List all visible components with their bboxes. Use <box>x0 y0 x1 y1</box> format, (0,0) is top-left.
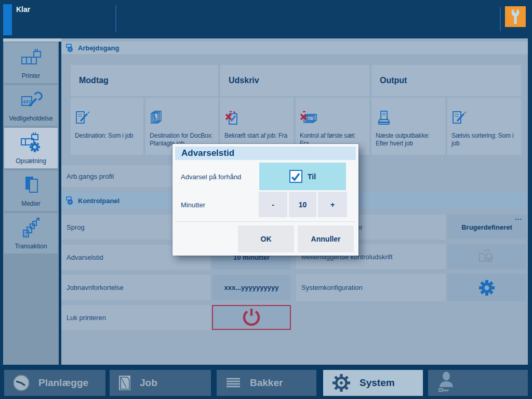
minutes-decrement-button[interactable]: - <box>259 192 287 217</box>
controlpanel-icon <box>65 196 75 205</box>
ok-button[interactable]: OK <box>238 225 294 252</box>
sidebar-item-printer[interactable]: Printer <box>4 43 58 83</box>
nav-tab-login[interactable] <box>428 370 528 396</box>
column-header-print: Udskriv <box>220 65 369 96</box>
minutes-increment-button[interactable]: + <box>318 192 347 217</box>
sidebar-item-setup[interactable]: Opsætning <box>4 128 58 168</box>
wrench-icon <box>509 8 522 26</box>
nav-tab-system[interactable]: System <box>323 370 423 396</box>
workflow-section-header: Arbejdsgang <box>61 42 528 54</box>
card-destination[interactable]: Destination: Som i job <box>71 98 143 155</box>
gear-icon <box>477 278 496 297</box>
toggle-state-label: Til <box>308 172 316 181</box>
output-tray-icon <box>376 110 442 130</box>
power-icon <box>241 307 262 328</box>
jobname-abbreviation-value-button[interactable]: xxx...yyyyyyyyyy <box>212 275 291 300</box>
doc-edit-icon <box>75 110 140 130</box>
printer-control-screen: Klar <box>0 0 532 399</box>
sidebar-item-label: Medier <box>4 200 58 207</box>
user-key-icon <box>436 371 459 395</box>
sidebar-item-label: Opsætning <box>4 157 58 165</box>
nav-tab-schedule[interactable]: Planlægge <box>4 370 105 396</box>
tray-lines-icon <box>225 376 242 390</box>
cancel-button[interactable]: Annuller <box>298 225 354 252</box>
status-accent-bar <box>3 4 12 35</box>
workflow-section-title: Arbejdsgang <box>78 44 119 52</box>
intermediate-check-print-button[interactable] <box>447 244 526 269</box>
sidebar-item-label: Printer <box>4 72 58 79</box>
topbar-divider <box>115 5 116 32</box>
nav-tab-label: Planlægge <box>38 377 88 389</box>
doc-cross-icon <box>224 110 290 130</box>
nav-tab-job[interactable]: Job <box>110 370 211 396</box>
printer-status-text: Klar <box>16 5 30 14</box>
nav-tab-label: System <box>360 377 395 389</box>
sidebar-item-transaction[interactable]: Transaktion <box>4 213 58 254</box>
minutes-label: Minutter <box>181 201 205 209</box>
sidebar-item-maintenance[interactable]: 437 Vedligeholdelse <box>4 85 58 126</box>
media-pages-icon <box>4 175 58 196</box>
advance-warning-toggle[interactable]: Til <box>259 163 346 190</box>
job-document-icon <box>118 375 131 391</box>
card-collated-sorting[interactable]: Sætvis sortering: Som i job <box>447 98 521 155</box>
svg-text:437: 437 <box>23 99 31 104</box>
card-next-output-tray[interactable]: Næste outputbakke: Efter hvert job <box>371 98 445 155</box>
nav-tab-label: Job <box>140 377 157 389</box>
dialog-title: Advarselstid <box>175 147 356 160</box>
printer-icon <box>4 47 58 69</box>
default-settings-value: Brugerdefineret <box>461 223 512 231</box>
column-header-output: Output <box>371 65 521 96</box>
topbar-divider <box>500 7 501 31</box>
checkbox-checked-icon[interactable] <box>289 170 302 183</box>
doc-edit-icon <box>451 110 518 130</box>
more-options-dots[interactable]: ... <box>515 215 522 221</box>
setup-gear-icon <box>4 132 58 154</box>
shutdown-printer-button[interactable] <box>212 305 291 330</box>
row-label-shutdown-printer: Luk printeren <box>61 305 210 330</box>
card-label: Sætvis sortering: Som i job <box>451 132 518 148</box>
default-settings-value-button[interactable]: Brugerdefineret ... <box>447 215 526 240</box>
sidebar-item-label: Transaktion <box>4 243 58 250</box>
column-header-receive: Modtag <box>71 65 218 96</box>
card-label: Næste outputbakke: Efter hvert job <box>376 132 442 148</box>
row-label-jobname-abbreviation: Jobnavnforkortelse <box>61 275 210 300</box>
card-label: Destination: Som i job <box>75 132 140 140</box>
card-label: Bekræft start af job: Fra <box>224 132 290 140</box>
dialog-separator <box>175 221 356 222</box>
nav-tab-trays[interactable]: Bakker <box>217 370 316 396</box>
workflow-icon <box>65 44 75 52</box>
clock-icon <box>12 374 30 392</box>
nav-tab-label: Bakker <box>250 377 283 389</box>
sets-cross-icon <box>300 110 366 130</box>
warning-time-dialog: Advarselstid Advarsel på forhånd Til Min… <box>172 144 358 256</box>
maintenance-icon: 437 <box>4 89 58 111</box>
docbox-icon <box>150 110 215 130</box>
copies-check-icon <box>477 248 497 265</box>
row-label-system-configuration: Systemkonfiguration <box>296 274 446 301</box>
top-status-bar: Klar <box>0 0 532 38</box>
advance-warning-label: Advarsel på forhånd <box>181 173 241 181</box>
system-gear-icon <box>331 373 351 393</box>
controlpanel-section-title: Kontrolpanel <box>78 197 119 205</box>
sidebar-item-label: Vedligeholdelse <box>4 115 58 122</box>
system-configuration-button[interactable] <box>447 274 526 301</box>
minutes-value: 10 <box>289 192 316 217</box>
service-tools-button[interactable] <box>505 6 526 27</box>
transaction-pages-icon <box>4 217 58 239</box>
sidebar-item-media[interactable]: Medier <box>4 170 58 211</box>
